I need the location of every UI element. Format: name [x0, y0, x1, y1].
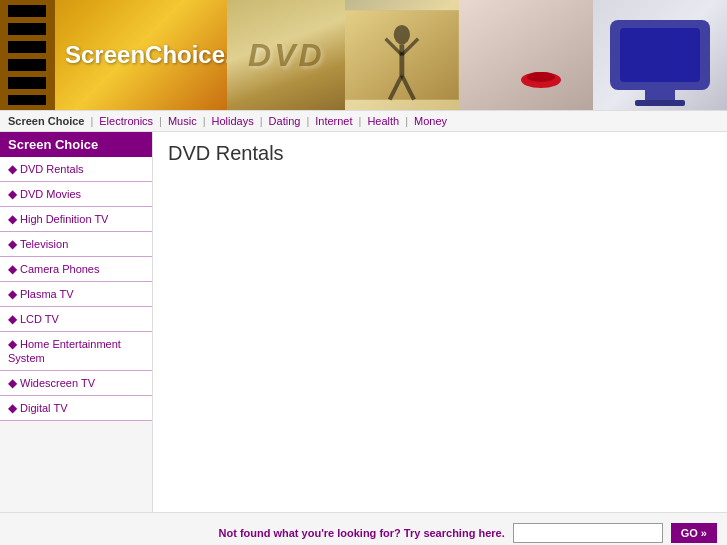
sidebar-item-home-entertainment[interactable]: ◆Home Entertainment System [0, 332, 152, 371]
sidebar-link-home-entertainment[interactable]: Home Entertainment System [8, 338, 121, 364]
bullet-icon: ◆ [8, 376, 17, 390]
svg-rect-9 [459, 0, 593, 110]
tv-banner [593, 0, 727, 110]
sidebar-item-dvd-movies[interactable]: ◆DVD Movies [0, 182, 152, 207]
footer-search: Not found what you're looking for? Try s… [0, 512, 727, 545]
bullet-icon: ◆ [8, 401, 17, 415]
svg-point-2 [394, 25, 410, 44]
sidebar-title: Screen Choice [0, 132, 152, 157]
nav-dating[interactable]: Dating [263, 115, 307, 127]
bullet-icon: ◆ [8, 262, 17, 276]
sidebar-link-camera-phones[interactable]: Camera Phones [20, 263, 100, 275]
nav-health[interactable]: Health [361, 115, 405, 127]
face-banner [459, 0, 593, 110]
sidebar-item-dvd-rentals[interactable]: ◆DVD Rentals [0, 157, 152, 182]
face-icon [459, 0, 593, 110]
search-prompt: Not found what you're looking for? Try s… [219, 527, 505, 539]
header-banner: ScreenChoice.co.uk DVD [0, 0, 727, 110]
sidebar-link-dvd-movies[interactable]: DVD Movies [20, 188, 81, 200]
search-input[interactable] [513, 523, 663, 543]
sidebar-item-camera-phones[interactable]: ◆Camera Phones [0, 257, 152, 282]
logo-area: ScreenChoice.co.uk [0, 0, 227, 110]
nav-holidays[interactable]: Holidays [206, 115, 260, 127]
person-silhouette-icon [345, 0, 459, 110]
bullet-icon: ◆ [8, 237, 17, 251]
sidebar-item-plasma-tv[interactable]: ◆Plasma TV [0, 282, 152, 307]
sidebar-link-digital-tv[interactable]: Digital TV [20, 402, 67, 414]
main-content: Screen Choice ◆DVD Rentals ◆DVD Movies ◆… [0, 132, 727, 512]
sidebar-link-television[interactable]: Television [20, 238, 68, 250]
sidebar-item-hd-tv[interactable]: ◆High Definition TV [0, 207, 152, 232]
nav-internet[interactable]: Internet [309, 115, 358, 127]
page-content: DVD Rentals [152, 132, 727, 512]
nav-money[interactable]: Money [408, 115, 453, 127]
sidebar-item-digital-tv[interactable]: ◆Digital TV [0, 396, 152, 421]
search-button[interactable]: GO » [671, 523, 717, 543]
bullet-icon: ◆ [8, 312, 17, 326]
sidebar-item-lcd-tv[interactable]: ◆LCD TV [0, 307, 152, 332]
page-title: DVD Rentals [168, 142, 712, 165]
dvd-banner: DVD [227, 0, 345, 110]
nav-music[interactable]: Music [162, 115, 203, 127]
sidebar-item-widescreen-tv[interactable]: ◆Widescreen TV [0, 371, 152, 396]
person-banner [345, 0, 459, 110]
sidebar: Screen Choice ◆DVD Rentals ◆DVD Movies ◆… [0, 132, 152, 512]
sidebar-link-dvd-rentals[interactable]: DVD Rentals [20, 163, 84, 175]
bullet-icon: ◆ [8, 212, 17, 226]
sidebar-item-television[interactable]: ◆Television [0, 232, 152, 257]
nav-screen-choice[interactable]: Screen Choice [8, 115, 90, 127]
bullet-icon: ◆ [8, 162, 17, 176]
sidebar-link-lcd-tv[interactable]: LCD TV [20, 313, 59, 325]
nav-electronics[interactable]: Electronics [93, 115, 159, 127]
filmstrip-icon [0, 0, 55, 110]
site-logo: ScreenChoice.co.uk [65, 42, 227, 68]
sidebar-link-widescreen-tv[interactable]: Widescreen TV [20, 377, 95, 389]
bullet-icon: ◆ [8, 287, 17, 301]
bullet-icon: ◆ [8, 187, 17, 201]
tv-icon [610, 20, 710, 90]
svg-point-11 [527, 72, 555, 82]
logo-block: ScreenChoice.co.uk [55, 32, 227, 78]
nav-bar: Screen Choice | Electronics | Music | Ho… [0, 110, 727, 132]
sidebar-link-plasma-tv[interactable]: Plasma TV [20, 288, 74, 300]
sidebar-link-hd-tv[interactable]: High Definition TV [20, 213, 108, 225]
dvd-text: DVD [248, 37, 325, 74]
bullet-icon: ◆ [8, 337, 17, 351]
